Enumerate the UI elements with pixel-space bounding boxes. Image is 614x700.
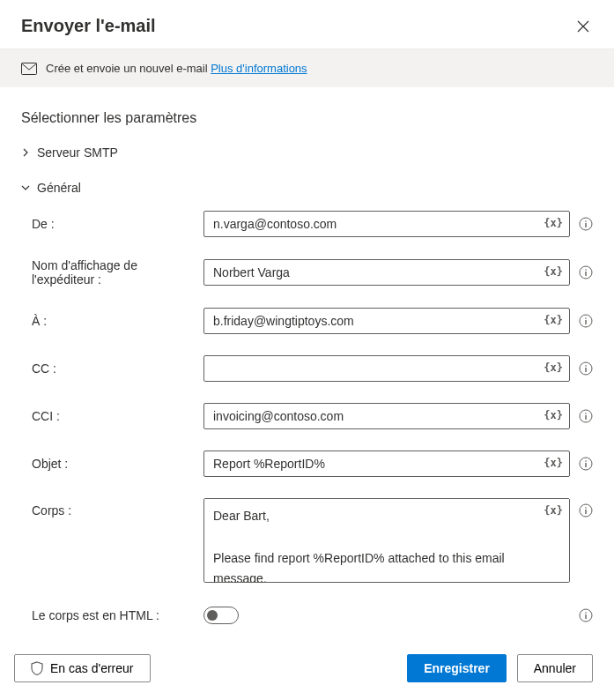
group-smtp[interactable]: Serveur SMTP [21, 140, 593, 165]
svg-point-8 [585, 365, 587, 367]
svg-point-2 [585, 220, 587, 222]
from-label: De : [32, 217, 195, 231]
from-input[interactable] [203, 211, 570, 237]
mail-icon [21, 63, 37, 75]
info-icon[interactable] [579, 457, 593, 471]
cancel-button[interactable]: Annuler [517, 654, 593, 682]
to-label: À : [32, 314, 195, 328]
info-icon[interactable] [579, 314, 593, 328]
group-smtp-label: Serveur SMTP [37, 145, 118, 160]
display-name-input[interactable] [203, 259, 570, 286]
subject-label: Objet : [32, 457, 195, 471]
svg-point-6 [585, 317, 587, 319]
chevron-right-icon [21, 148, 30, 157]
close-button[interactable] [573, 17, 593, 36]
group-general-label: Général [37, 181, 81, 195]
body-input[interactable] [203, 498, 570, 583]
info-icon[interactable] [579, 217, 593, 231]
close-icon [577, 20, 589, 33]
on-error-button[interactable]: En cas d'erreur [14, 654, 151, 682]
group-general[interactable]: Général [21, 175, 593, 200]
variable-picker-icon[interactable]: {x} [544, 409, 563, 421]
info-bar: Crée et envoie un nouvel e-mail Plus d'i… [0, 49, 614, 87]
body-html-label: Le corps est en HTML : [32, 608, 195, 622]
variable-picker-icon[interactable]: {x} [544, 217, 563, 229]
variable-picker-icon[interactable]: {x} [544, 314, 563, 326]
on-error-label: En cas d'erreur [50, 661, 134, 675]
variable-picker-icon[interactable]: {x} [544, 457, 563, 469]
svg-point-16 [585, 612, 587, 614]
save-button[interactable]: Enregistrer [407, 654, 507, 682]
dialog-title: Envoyer l'e-mail [21, 16, 156, 36]
info-bar-text: Crée et envoie un nouvel e-mail [46, 62, 211, 75]
info-icon[interactable] [579, 608, 593, 622]
variable-picker-icon[interactable]: {x} [544, 265, 563, 278]
display-name-label: Nom d'affichage de l'expéditeur : [32, 258, 195, 287]
info-icon[interactable] [579, 265, 593, 279]
info-icon[interactable] [579, 361, 593, 376]
more-info-link[interactable]: Plus d'informations [211, 62, 307, 75]
info-icon[interactable] [579, 498, 593, 518]
to-input[interactable] [203, 308, 570, 334]
svg-point-12 [585, 460, 587, 462]
svg-point-4 [585, 269, 587, 271]
bcc-input[interactable] [203, 403, 570, 429]
cc-input[interactable] [203, 355, 570, 382]
variable-picker-icon[interactable]: {x} [544, 361, 563, 374]
cc-label: CC : [32, 361, 195, 376]
body-html-toggle[interactable] [203, 607, 239, 624]
svg-point-14 [585, 507, 587, 509]
svg-rect-0 [22, 63, 37, 74]
info-icon[interactable] [579, 409, 593, 423]
body-label: Corps : [32, 498, 195, 518]
variable-picker-icon[interactable]: {x} [544, 504, 563, 517]
subject-input[interactable] [203, 451, 570, 477]
chevron-down-icon [21, 183, 30, 192]
section-title: Sélectionner les paramètres [21, 110, 593, 126]
bcc-label: CCI : [32, 409, 195, 423]
shield-icon [31, 661, 43, 675]
svg-point-10 [585, 413, 587, 414]
